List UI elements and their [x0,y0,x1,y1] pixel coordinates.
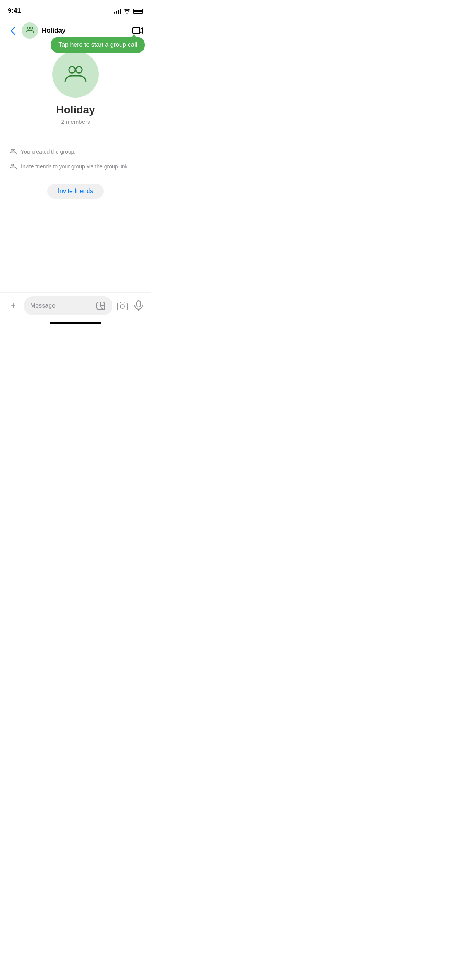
main-content: Holiday 2 members You created the group. [0,42,151,199]
svg-point-5 [11,149,13,151]
add-attachment-button[interactable]: + [6,299,20,313]
back-button[interactable] [6,24,20,38]
svg-point-0 [27,27,30,29]
message-placeholder: Message [30,302,92,309]
svg-point-1 [30,27,32,29]
people-icon-2 [9,163,17,171]
system-messages: You created the group. Invite friends to… [0,148,151,199]
svg-rect-12 [137,301,141,307]
microphone-button[interactable] [132,300,145,312]
group-avatar-small [22,22,38,39]
svg-rect-10 [117,303,127,310]
system-message-invite: Invite friends to your group via the gro… [9,163,142,171]
status-bar: 9:41 [0,0,151,19]
battery-icon [133,9,143,14]
svg-point-6 [13,149,15,151]
system-message-text-2: Invite friends to your group via the gro… [21,163,128,171]
system-message-text-1: You created the group. [21,148,76,156]
home-indicator [50,322,101,324]
svg-point-11 [120,305,124,308]
group-name-header: Holiday [42,27,65,34]
svg-point-8 [13,164,15,166]
group-call-tooltip[interactable]: Tap here to start a group call [51,37,145,53]
video-call-button[interactable] [131,24,145,38]
group-icon-small [25,26,34,35]
svg-point-3 [69,67,76,73]
invite-friends-button[interactable]: Invite friends [47,184,104,199]
invite-button-container: Invite friends [9,184,142,199]
svg-rect-2 [133,27,140,34]
group-avatar-large [52,51,99,98]
people-icon-1 [9,148,17,157]
camera-button[interactable] [116,300,129,312]
group-members-count: 2 members [61,118,90,125]
tooltip-bubble[interactable]: Tap here to start a group call [51,37,145,53]
system-message-created: You created the group. [9,148,142,157]
group-info[interactable]: Holiday [22,22,131,39]
svg-point-7 [11,164,13,166]
group-title: Holiday [56,104,95,116]
signal-icon [114,8,121,14]
message-input-row[interactable]: Message [24,296,112,315]
svg-point-4 [76,67,82,73]
status-icons [114,8,143,14]
group-icon-large [64,64,87,85]
wifi-icon [124,8,130,14]
status-time: 9:41 [8,7,21,15]
sticker-button[interactable] [95,300,106,311]
